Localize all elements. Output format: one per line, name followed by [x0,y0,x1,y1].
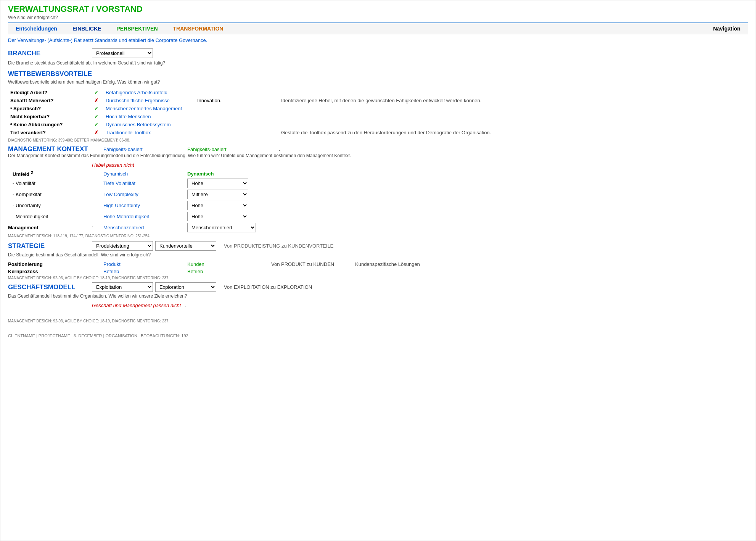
row-link-6[interactable]: Traditionelle Toolbox [103,129,195,137]
row-label-4: Nicht kopierbar? [8,113,92,121]
row-label-5: ² Keine Abkürzungen? [8,121,92,129]
row-label-6: Tief verankert? [8,129,92,137]
row-icon-4: ✓ [92,113,103,121]
mgmt-dropdown[interactable]: MenschenzentriertTraditionellHybrid [187,223,256,232]
mgmt-row-select[interactable]: MenschenzentriertTraditionellHybrid [187,223,271,232]
strategie-select1[interactable]: ProdukteistungKundenvorteileKostenführer… [92,241,153,251]
umfeld-val1: Dynamisch [103,171,187,177]
vuca-select-2[interactable]: HoheMittlereTiefe [187,201,271,210]
row-link-5[interactable]: Dynamisches Betriebssystem [103,121,195,129]
row-col3-5 [195,121,279,129]
strategie-selects: ProdukteistungKundenvorteileKostenführer… [92,241,216,251]
positionierung-label: Positionierung [8,261,92,267]
branche-select[interactable]: Professionell Industrie Handel Dienstlei… [92,48,153,58]
table-row: Erledigt Arbeit? ✓ Befähigendes Arbeitsu… [8,89,748,97]
kernprozess-val2: Betrieb [187,269,271,274]
nav-item-perspektiven[interactable]: PERSPEKTIVEN [109,26,165,32]
umfeld-val2: Dynamisch [187,171,271,177]
vuca-row-1: - Komplexität Low Complexity HoheMittler… [8,190,748,199]
mgmt-dot: . [279,147,280,152]
row-link-2[interactable]: Durchschnittliche Ergebnisse [103,97,195,105]
nav-bar: Entscheidungen EINBLICKE PERSPEKTIVEN TR… [8,23,748,34]
mgmt-kontext-val1: Fähigkeits-basiert [103,147,187,152]
row-col3-4 [195,113,279,121]
mgmt-kontext-header: MANAGEMENT KONTEXT Fähigkeits-basiert Fä… [8,145,748,153]
geschaeft-selects: ExploitationExplorationHybrid Exploitati… [92,282,216,292]
row-col4-3 [279,105,748,113]
check-icon: ✓ [94,106,98,111]
check-icon: ✓ [94,122,98,127]
row-label-2: Schafft Mehrwert? [8,97,92,105]
vuca-label-1: - Komplexität [8,192,92,197]
row-col3-2: Innovation. [195,97,279,105]
geschaeft-select2[interactable]: ExploitationExplorationHybrid [155,282,216,292]
umfeld-sup: 2 [31,170,33,175]
vuca-row-0: - Volatilität Tiefe Volatilität HoheMitt… [8,179,748,188]
vuca-val1-3: Hohe Mehrdeutigkeit [103,214,187,219]
vuca-dropdown-2[interactable]: HoheMittlereTiefe [187,201,248,210]
geschaeft-warning-row: Geschäft und Management passen nicht . [92,303,748,308]
vuca-val1-0: Tiefe Volatilität [103,180,187,186]
mgmt-row-val1: Menschenzentriert [103,225,187,230]
mgmt-row: Management 1 Menschenzentriert Menschenz… [8,223,748,232]
row-link-3[interactable]: Menschenzentriertes Management [103,105,195,113]
geschaeft-ref: MANAGEMENT DESIGN: 92-93, AGILE BY CHOIC… [8,319,748,323]
check-icon: ✓ [94,114,98,119]
nav-item-navigation[interactable]: Navigation [705,26,748,32]
subtitle: Wie sind wir erfolgreich? [8,15,748,20]
branche-title: BRANCHE [8,50,92,57]
mgmt-sup: 1 [92,225,103,230]
row-col4-4 [279,113,748,121]
geschaeft-select1[interactable]: ExploitationExplorationHybrid [92,282,153,292]
umfeld-label: Umfeld 2 [8,170,92,177]
vuca-row-3: - Mehrdeutigkeit Hohe Mehrdeutigkeit Hoh… [8,212,748,221]
vuca-label-0: - Volatilität [8,180,92,186]
positionierung-val2: Kunden [187,261,271,267]
intro-text: Der Verwaltungs- (Aufsichts-) Rat setzt … [8,37,748,43]
vuca-dropdown-0[interactable]: HoheMittlereTiefe [187,179,248,188]
vuca-label-3: - Mehrdeutigkeit [8,214,92,219]
geschaeft-header: GESCHÄFTSMODELL ExploitationExplorationH… [8,282,748,292]
geschaeft-arrow-text: Von EXPLOITATION zu EXPLORATION [224,284,312,290]
row-col3-6 [195,129,279,137]
strategie-desc: Die Strategie bestimmt das Geschäftsmode… [8,252,748,258]
vuca-val1-2: High Uncertainty [103,203,187,208]
geschaeft-desc: Das Geschäftsmodell bestimmt die Organis… [8,293,748,299]
row-col4-2: Identifiziere jene Hebel, mit denen die … [279,97,748,105]
vuca-val1-1: Low Complexity [103,192,187,197]
strategie-select2[interactable]: KundenvorteileProdukteistungKostenführer… [155,241,216,251]
mgmt-kontext-val2: Fähigkeits-basiert [187,147,271,152]
row-icon-3: ✓ [92,105,103,113]
nav-item-einblicke[interactable]: EINBLICKE [65,26,109,32]
row-icon-1: ✓ [92,89,103,97]
row-icon-2: ✗ [92,97,103,105]
nav-item-entscheidungen[interactable]: Entscheidungen [8,26,65,32]
mgmt-row-label: Management [8,225,92,230]
vuca-select-1[interactable]: HoheMittlereTiefe [187,190,271,199]
strategie-header: STRATEGIE ProdukteistungKundenvorteileKo… [8,241,748,251]
table-row: ¹ Spezifisch? ✓ Menschenzentriertes Mana… [8,105,748,113]
nav-item-transformation[interactable]: TRANSFORMATION [166,26,231,32]
row-icon-5: ✓ [92,121,103,129]
positionierung-val4: Kundenspezifische Lösungen [355,261,420,267]
row-col4-1 [279,89,748,97]
wettbewerb-table: Erledigt Arbeit? ✓ Befähigendes Arbeitsu… [8,89,748,137]
vuca-dropdown-3[interactable]: HoheMittlereTiefe [187,212,248,221]
table-row: Tief verankert? ✗ Traditionelle Toolbox … [8,129,748,137]
mgmt-warning: Hebel passen nicht [92,162,748,168]
page-wrapper: VERWALTUNGSRAT / VORSTAND Wie sind wir e… [0,0,756,541]
vuca-label-2: - Uncertainty [8,203,92,208]
geschaeft-warning: Geschäft und Management passen nicht [92,303,181,308]
row-link-1[interactable]: Befähigendes Arbeitsumfeld [103,89,195,97]
positionierung-val3: Von PRODUKT zu KUNDEN [271,261,355,267]
strategie-arrow-text: Von PRODUKTEISTUNG zu KUNDENVORTEILE [224,243,333,249]
positionierung-row: Positionierung Produkt Kunden Von PRODUK… [8,261,748,267]
vuca-select-3[interactable]: HoheMittlereTiefe [187,212,271,221]
spacer [8,310,748,317]
mgmt-ref: MANAGEMENT DESIGN: 118-119, 174-177, DIA… [8,234,748,238]
check-icon: ✓ [94,90,98,95]
kernprozess-val1: Betrieb [103,269,187,274]
row-link-4[interactable]: Hoch fitte Menschen [103,113,195,121]
vuca-dropdown-1[interactable]: HoheMittlereTiefe [187,190,248,199]
vuca-select-0[interactable]: HoheMittlereTiefe [187,179,271,188]
